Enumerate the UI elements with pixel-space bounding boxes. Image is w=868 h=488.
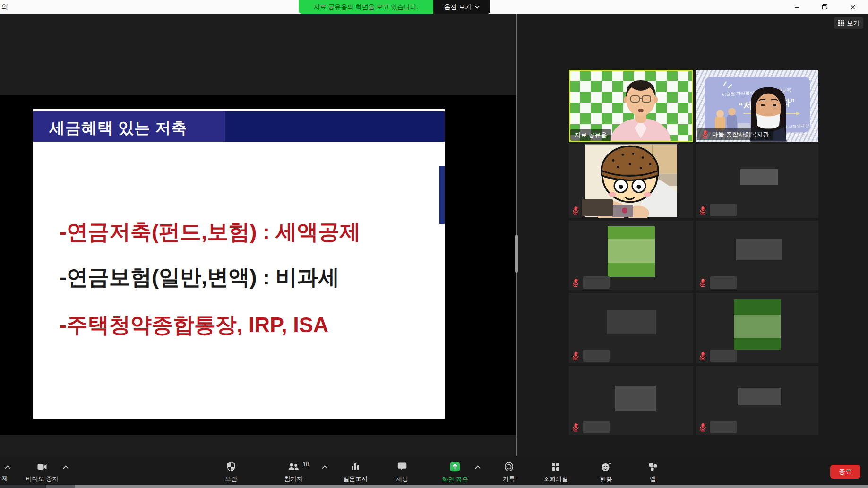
slide-edge-decoration	[439, 166, 445, 224]
participant-name-label: 자료 공유용	[570, 129, 611, 141]
participants-options-chevron[interactable]	[321, 464, 328, 471]
mic-muted-icon	[572, 423, 580, 432]
participants-icon	[287, 461, 300, 472]
poll-chart-icon	[350, 461, 361, 472]
shield-icon	[225, 461, 237, 472]
mic-muted-indicator	[572, 206, 580, 215]
blurred-name-box	[738, 388, 781, 405]
slide-title: 세금혜택 있는 저축	[49, 118, 187, 139]
toolbar-polls-button[interactable]: 설문조사	[333, 456, 378, 483]
participant-tile-8[interactable]	[696, 293, 818, 363]
minimize-button[interactable]	[786, 0, 808, 14]
toolbar-label: 보안	[225, 475, 237, 483]
participant-tile-1[interactable]: 자료 공유용	[569, 70, 693, 142]
toolbar-reactions-button[interactable]: 반응	[584, 456, 629, 483]
mic-muted-icon	[572, 351, 580, 360]
blurred-video-band	[608, 239, 655, 263]
blurred-name-pill	[583, 276, 610, 289]
toolbar-label: 소회의실	[543, 475, 568, 483]
blurred-video-band	[734, 315, 781, 338]
slide-body-line-2: -연금보험(일반,변액) : 비과세	[60, 263, 339, 291]
toolbar-security-button[interactable]: 보안	[208, 456, 254, 483]
toolbar-participants-button[interactable]: 10참가자	[271, 456, 316, 483]
camera-icon	[36, 461, 48, 472]
blurred-name-pill	[583, 421, 610, 433]
toolbar-stop-video-button[interactable]: 비디오 중지	[19, 456, 65, 483]
participant-tile-2[interactable]: 서울형 자산형성지원사업 금융교육“저축과 투자”금융교육 시청 안내 문의마들…	[696, 70, 818, 142]
blurred-name-box	[607, 310, 656, 334]
close-button[interactable]	[842, 0, 864, 14]
view-options-label: 옵션 보기	[444, 3, 472, 11]
slide-title-band: 세금혜택 있는 저축	[33, 111, 445, 142]
mic-muted-indicator	[699, 351, 707, 360]
breakout-rooms-icon	[550, 461, 561, 472]
blurred-name-pill	[582, 199, 613, 216]
presentation-letterbox: 세금혜택 있는 저축 -연금저축(펀드,보험) : 세액공제-연금보험(일반,변…	[0, 95, 516, 435]
slide-body-line-3: -주택청약종합통장, IRP, ISA	[60, 311, 328, 339]
record-icon	[503, 461, 515, 472]
taskbar-sliver-light	[75, 485, 868, 488]
chevron-down-icon	[475, 5, 480, 9]
share-screen-icon	[449, 461, 461, 473]
toolbar-unmute-partial-label: 제	[2, 474, 8, 483]
participant-tile-5[interactable]	[569, 221, 693, 290]
participant-count-badge: 10	[303, 461, 309, 468]
participant-tile-10[interactable]	[696, 366, 818, 435]
blurred-name-box	[736, 239, 782, 260]
restore-button[interactable]	[814, 0, 835, 14]
gallery-grid-icon	[838, 20, 844, 26]
mic-muted-indicator	[699, 206, 707, 215]
mic-muted-indicator	[699, 423, 707, 432]
view-options-dropdown[interactable]: 옵션 보기	[433, 0, 490, 14]
participant-tile-6[interactable]	[696, 221, 818, 290]
blurred-video	[734, 299, 781, 350]
view-button-label: 보기	[847, 19, 859, 27]
chat-bubble-icon	[396, 461, 408, 472]
chevron-up-icon	[321, 464, 328, 470]
mic-muted-indicator	[699, 278, 707, 287]
toolbar-label: 앱	[650, 475, 656, 483]
share-options-chevron[interactable]	[474, 464, 481, 471]
restore-icon	[822, 4, 828, 10]
taskbar-sliver-mid	[46, 485, 75, 488]
toolbar-label: 참가자	[284, 475, 303, 483]
shared-screen-stage: 세금혜택 있는 저축 -연금저축(펀드,보험) : 세액공제-연금보험(일반,변…	[0, 14, 516, 456]
toolbar-apps-button[interactable]: 앱	[630, 456, 676, 483]
toolbar-label: 기록	[503, 475, 515, 483]
viewing-shared-screen-banner: 자료 공유용의 화면을 보고 있습니다.	[299, 0, 433, 14]
mic-muted-indicator	[572, 351, 580, 360]
blurred-video	[608, 226, 655, 277]
chevron-up-icon	[62, 464, 69, 470]
unmute-options-chevron[interactable]	[4, 464, 11, 471]
video-options-chevron[interactable]	[62, 464, 69, 471]
participant-tile-9[interactable]	[569, 366, 693, 435]
mic-muted-icon	[572, 278, 580, 287]
toolbar-record-button[interactable]: 기록	[486, 456, 532, 483]
end-meeting-button[interactable]: 종료	[830, 465, 860, 479]
toolbar-label: 비디오 중지	[26, 475, 59, 483]
blurred-name-box	[615, 386, 656, 411]
taskbar-sliver-dark	[0, 485, 46, 488]
toolbar-share-screen-button[interactable]: 화면 공유	[432, 456, 478, 483]
mic-muted-icon	[699, 423, 707, 432]
blurred-name-pill	[710, 421, 737, 433]
participant-tile-3[interactable]	[569, 144, 693, 218]
toolbar-label: 채팅	[396, 475, 408, 483]
participant-tile-4[interactable]	[696, 144, 818, 218]
mic-muted-indicator	[572, 278, 580, 287]
chevron-up-icon	[474, 464, 481, 470]
toolbar-chat-button[interactable]: 채팅	[379, 456, 425, 483]
participant-name-label: 마들 종합사회복지관	[697, 128, 773, 140]
presentation-slide: 세금혜택 있는 저축 -연금저축(펀드,보험) : 세액공제-연금보험(일반,변…	[33, 109, 445, 419]
blurred-name-pill	[710, 204, 737, 216]
mic-muted-icon	[699, 278, 707, 287]
toolbar-breakout-rooms-button[interactable]: 소회의실	[533, 456, 578, 483]
toolbar-label: 화면 공유	[442, 475, 468, 484]
mic-muted-icon	[699, 351, 707, 360]
participant-tile-7[interactable]	[569, 293, 693, 363]
scrollbar-thumb[interactable]	[515, 235, 518, 273]
chevron-up-icon	[4, 464, 11, 470]
toolbar-label: 반응	[600, 475, 612, 484]
toolbar-label: 설문조사	[343, 475, 368, 483]
view-button[interactable]: 보기	[834, 17, 863, 29]
